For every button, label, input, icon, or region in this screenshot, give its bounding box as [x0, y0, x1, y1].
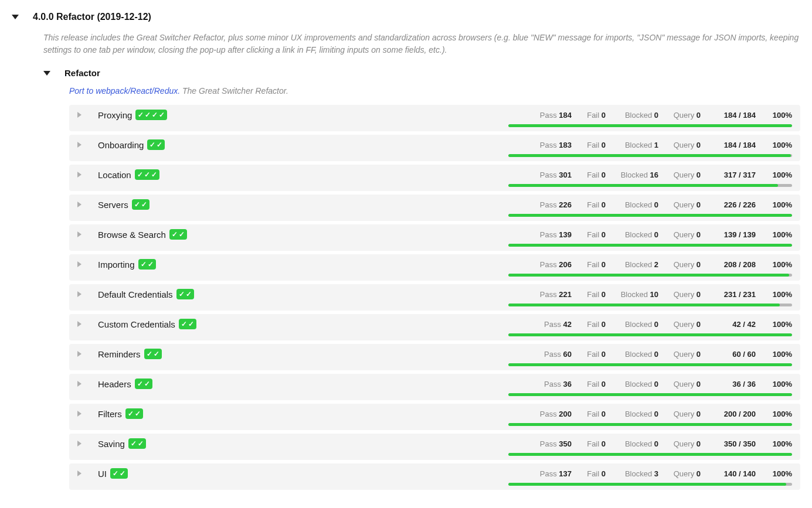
progress-bar	[508, 483, 792, 486]
check-badge: ✓✓	[138, 259, 156, 270]
collapse-toggle-section[interactable]	[43, 71, 50, 76]
expand-icon[interactable]	[77, 112, 81, 118]
test-name-wrap[interactable]: Filters✓✓	[98, 408, 521, 419]
test-stats: Pass 183Fail 0Blocked 1Query 0184 / 1841…	[538, 141, 792, 149]
check-icon: ✓	[146, 350, 153, 357]
section-link[interactable]: Port to webpack/React/Redux.	[69, 86, 180, 96]
stat-query: Query 0	[670, 469, 701, 478]
test-name-wrap[interactable]: Importing✓✓	[98, 259, 521, 270]
stat-value: 0	[697, 439, 701, 448]
expand-icon[interactable]	[77, 471, 81, 476]
progress-bar	[508, 184, 792, 187]
check-icon: ✓	[153, 350, 160, 357]
stat-query: Query 0	[670, 320, 701, 329]
test-name-wrap[interactable]: Reminders✓✓	[98, 349, 521, 359]
expand-icon[interactable]	[77, 142, 81, 148]
test-name: Servers	[98, 200, 128, 210]
expand-icon[interactable]	[77, 261, 81, 267]
release-container: 4.0.0 Refactor (2019-12-12) This release…	[0, 0, 812, 500]
stat-ratio: 317 / 317	[712, 171, 756, 179]
stat-percent: 100%	[767, 290, 792, 299]
stat-value: 0	[697, 410, 701, 418]
stat-percent: 100%	[767, 350, 792, 359]
check-icon: ✓	[137, 171, 144, 178]
stat-label: Blocked	[625, 260, 654, 269]
stat-percent: 100%	[767, 111, 792, 120]
stat-value: 0	[697, 200, 701, 209]
stat-value: 221	[559, 290, 572, 299]
check-icon: ✓	[119, 470, 126, 477]
stat-pass: Pass 206	[538, 260, 572, 269]
progress-fill	[508, 154, 791, 157]
expand-icon[interactable]	[77, 351, 81, 357]
check-badge: ✓✓	[128, 438, 146, 449]
stat-label: Query	[674, 320, 697, 329]
test-name-wrap[interactable]: Onboarding✓✓	[98, 139, 521, 150]
stat-value: 0	[602, 200, 606, 209]
stat-pass: Pass 200	[538, 410, 572, 418]
stat-value: 0	[654, 410, 658, 418]
stat-label: Query	[674, 171, 697, 179]
test-row-top: Onboarding✓✓Pass 183Fail 0Blocked 1Query…	[77, 139, 792, 150]
expand-icon[interactable]	[77, 321, 81, 327]
check-icon: ✓	[137, 111, 144, 118]
test-name-wrap[interactable]: Custom Credentials✓✓	[98, 319, 521, 329]
test-name-wrap[interactable]: Browse & Search✓✓	[98, 229, 521, 240]
stat-pass: Pass 184	[538, 111, 572, 120]
expand-icon[interactable]	[77, 381, 81, 387]
test-name-wrap[interactable]: Servers✓✓	[98, 199, 521, 210]
test-name: Location	[98, 170, 131, 180]
stat-value: 0	[602, 171, 606, 179]
test-row: Onboarding✓✓Pass 183Fail 0Blocked 1Query…	[69, 135, 800, 161]
stat-query: Query 0	[670, 350, 701, 359]
stat-fail: Fail 0	[583, 111, 606, 120]
test-name-wrap[interactable]: Proxying✓✓✓✓	[98, 110, 521, 120]
stat-value: 0	[602, 230, 606, 239]
stat-percent: 100%	[767, 410, 792, 418]
test-name: Reminders	[98, 349, 141, 359]
expand-icon[interactable]	[77, 291, 81, 297]
stat-label: Query	[674, 111, 697, 120]
stat-percent: 100%	[767, 230, 792, 239]
stat-label: Query	[674, 230, 697, 239]
check-icon: ✓	[127, 410, 134, 417]
check-icon: ✓	[141, 201, 148, 208]
stat-pass: Pass 183	[538, 141, 572, 149]
test-name-wrap[interactable]: UI✓✓	[98, 468, 521, 479]
stat-value: 0	[697, 171, 701, 179]
expand-icon[interactable]	[77, 411, 81, 417]
test-name-wrap[interactable]: Headers✓✓	[98, 379, 521, 389]
progress-bar	[508, 124, 792, 127]
section-refactor: Refactor Port to webpack/React/Redux. Th…	[43, 68, 800, 490]
expand-icon[interactable]	[77, 172, 81, 178]
test-name-wrap[interactable]: Default Credentials✓✓	[98, 289, 521, 299]
stat-value: 42	[563, 320, 572, 329]
stat-label: Pass	[540, 410, 559, 418]
stat-label: Fail	[587, 410, 602, 418]
check-badge: ✓✓	[169, 229, 187, 240]
stat-label: Blocked	[621, 290, 650, 299]
collapse-toggle-release[interactable]	[12, 15, 19, 19]
test-row-top: Importing✓✓Pass 206Fail 0Blocked 2Query …	[77, 259, 792, 270]
stat-ratio: 60 / 60	[712, 350, 756, 359]
progress-bar	[508, 154, 792, 157]
test-stats: Pass 139Fail 0Blocked 0Query 0139 / 1391…	[538, 230, 792, 239]
progress-fill	[508, 483, 786, 486]
stat-label: Blocked	[625, 200, 654, 209]
stat-blocked: Blocked 0	[617, 439, 658, 448]
stat-fail: Fail 0	[583, 290, 606, 299]
test-row: Default Credentials✓✓Pass 221Fail 0Block…	[69, 284, 800, 311]
expand-icon[interactable]	[77, 231, 81, 237]
check-icon: ✓	[144, 111, 151, 118]
test-name: Custom Credentials	[98, 319, 175, 329]
stat-value: 0	[697, 469, 701, 478]
stat-label: Blocked	[625, 141, 654, 149]
check-badge: ✓✓	[125, 408, 143, 419]
progress-fill	[508, 124, 792, 127]
test-name-wrap[interactable]: Saving✓✓	[98, 438, 521, 449]
expand-icon[interactable]	[77, 441, 81, 446]
progress-bar	[508, 363, 792, 366]
expand-icon[interactable]	[77, 202, 81, 207]
stat-ratio: 36 / 36	[712, 380, 756, 388]
test-name-wrap[interactable]: Location✓✓✓	[98, 169, 521, 180]
